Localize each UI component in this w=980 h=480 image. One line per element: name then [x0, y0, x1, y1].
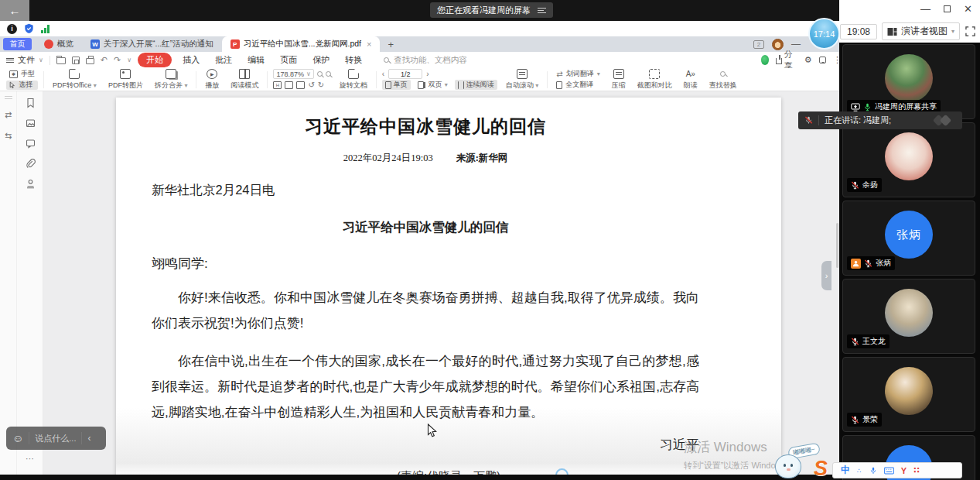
- ime-dots-icon[interactable]: ∴: [857, 467, 862, 475]
- view-mode-button[interactable]: 演讲者视图 ▾: [882, 22, 960, 40]
- ime-keyboard-icon[interactable]: [884, 467, 894, 475]
- prev-page-icon[interactable]: ‹: [382, 70, 384, 78]
- pdf-page[interactable]: 习近平给中国冰雪健儿的回信 2022年02月24日19:03来源:新华网 新华社…: [116, 98, 781, 475]
- file-menu[interactable]: 文件 ∨: [6, 54, 43, 66]
- zoom-out-icon[interactable]: [317, 71, 323, 77]
- zoom-in-icon[interactable]: [326, 71, 331, 77]
- ribbon-tab-page[interactable]: 页面: [275, 54, 302, 66]
- chat-collapse-icon[interactable]: ‹: [87, 433, 90, 444]
- participant-name: 余扬: [862, 180, 878, 190]
- ime-skin-icon[interactable]: Y: [901, 466, 907, 475]
- network-bars-icon[interactable]: [41, 25, 50, 33]
- pdf-to-image-button[interactable]: PDF转图片: [105, 69, 146, 91]
- fit-page-icon[interactable]: [285, 81, 293, 89]
- ime-toolbar[interactable]: S 中 ∴ Y ∷: [832, 462, 962, 478]
- continuous-read-button[interactable]: 连续阅读: [455, 80, 497, 90]
- tab-overview[interactable]: 概览: [36, 36, 82, 52]
- multi-window-icon[interactable]: 2: [753, 40, 764, 49]
- read-aloud-button[interactable]: A»朗读: [681, 69, 701, 91]
- settings-gear-icon[interactable]: ⚙: [804, 55, 812, 65]
- single-page-button[interactable]: 单页: [382, 80, 411, 90]
- compare-panel-icon[interactable]: ⇆: [5, 131, 12, 141]
- ribbon-tab-insert[interactable]: 插入: [178, 54, 204, 66]
- minimize-icon[interactable]: —: [920, 3, 930, 15]
- rotate-document-button[interactable]: 旋转文档: [336, 69, 370, 91]
- fit-height-icon[interactable]: [296, 81, 305, 89]
- ribbon-tab-protect[interactable]: 保护: [308, 54, 334, 66]
- bookmark-icon[interactable]: [26, 98, 36, 108]
- emoji-icon[interactable]: ☺: [12, 432, 23, 444]
- double-page-button[interactable]: 双页▾: [415, 80, 451, 90]
- feedback-icon[interactable]: [819, 57, 826, 63]
- undo-icon[interactable]: ↶: [101, 55, 108, 65]
- tab-pdf-active[interactable]: P 习近平给中国冰雪...党新闻网.pdf ×: [222, 36, 381, 52]
- next-page-icon[interactable]: ›: [426, 70, 429, 78]
- word-translate-button[interactable]: ⇄划词翻译▾: [553, 70, 603, 79]
- share-icon: [776, 58, 781, 64]
- participant-tile[interactable]: 张炳 张炳: [842, 201, 975, 276]
- info-icon[interactable]: i: [7, 24, 17, 34]
- rotate-right-icon[interactable]: ↻: [318, 81, 324, 89]
- pdf-to-office-button[interactable]: PDF转Office ▾: [50, 69, 100, 91]
- ribbon-tab-start[interactable]: 开始: [138, 53, 172, 67]
- play-button[interactable]: ▶播放: [202, 69, 222, 91]
- full-translate-button[interactable]: 全文翻译: [553, 81, 603, 90]
- fit-width-icon[interactable]: H: [273, 81, 282, 89]
- rotate-left-icon[interactable]: ↺: [308, 81, 314, 89]
- ime-mic-icon[interactable]: [869, 466, 877, 475]
- convert-panel-icon[interactable]: ⇄: [5, 110, 12, 120]
- ime-mode-icon[interactable]: 中: [841, 464, 850, 477]
- chat-quick-bar[interactable]: ☺ 说点什么... ‹: [6, 427, 106, 450]
- open-file-icon[interactable]: [56, 57, 66, 64]
- back-button[interactable]: ←: [0, 0, 29, 21]
- snapshot-compare-button[interactable]: 截图和对比: [634, 69, 675, 91]
- tab-word-doc[interactable]: W 关于深入开展“...红”活动的通知: [82, 36, 222, 52]
- participant-tile[interactable]: 余扬: [842, 122, 975, 197]
- attachment-icon[interactable]: [26, 159, 36, 169]
- zoom-level-select[interactable]: 178.87%∨: [273, 69, 313, 79]
- document-canvas[interactable]: 习近平给中国冰雪健儿的回信 2022年02月24日19:03来源:新华网 新华社…: [43, 91, 839, 475]
- auto-scroll-icon: [517, 69, 528, 79]
- banner-menu-icon[interactable]: [538, 8, 546, 13]
- participant-tile[interactable]: 冯建周的屏幕共享: [842, 44, 975, 119]
- split-merge-button[interactable]: 拆分合并 ▾: [152, 69, 191, 91]
- restore-icon[interactable]: [944, 5, 951, 12]
- read-mode-button[interactable]: 阅读模式: [227, 69, 261, 91]
- tab-home[interactable]: 首页: [3, 38, 32, 50]
- hand-tool-button[interactable]: ✱手型: [6, 70, 38, 79]
- chat-placeholder[interactable]: 说点什么...: [35, 433, 76, 444]
- auto-scroll-button[interactable]: 自动滚动 ▾: [503, 69, 542, 91]
- participant-tile[interactable]: 王文龙: [842, 279, 975, 354]
- image-panel-icon[interactable]: [26, 118, 36, 129]
- redo-icon[interactable]: ↷: [114, 55, 121, 65]
- shield-icon[interactable]: [24, 23, 34, 34]
- find-replace-button[interactable]: 查找替换: [706, 69, 740, 91]
- fullscreen-button[interactable]: [965, 26, 976, 37]
- panel-collapse-handle[interactable]: ›: [821, 261, 831, 290]
- select-tool-button[interactable]: 选择: [6, 81, 38, 90]
- stamp-icon[interactable]: [26, 179, 36, 189]
- print-icon[interactable]: [86, 58, 94, 64]
- participant-tile[interactable]: 景荣: [842, 357, 975, 432]
- save-icon[interactable]: [72, 57, 80, 64]
- participant-label: 王文龙: [847, 334, 890, 348]
- close-icon[interactable]: ✕: [964, 3, 972, 15]
- comment-panel-icon[interactable]: [26, 139, 36, 149]
- ribbon-tab-edit[interactable]: 编辑: [243, 54, 269, 66]
- search-input[interactable]: 查找功能、文档内容: [384, 55, 467, 66]
- ribbon-tab-comment[interactable]: 批注: [210, 54, 237, 66]
- more-panel-icon[interactable]: ⋯: [17, 454, 43, 464]
- ribbon-tab-convert[interactable]: 转换: [340, 54, 367, 66]
- new-tab-icon[interactable]: +: [388, 39, 394, 50]
- compress-button[interactable]: 压缩: [609, 69, 629, 91]
- tab-close-icon[interactable]: ×: [367, 39, 371, 49]
- more-chevron-icon[interactable]: ∨: [127, 57, 131, 63]
- panel-handle[interactable]: [5, 96, 12, 99]
- split-merge-icon: [166, 69, 176, 79]
- assistant-icon[interactable]: [761, 55, 769, 65]
- sogou-logo-icon[interactable]: S: [814, 457, 828, 480]
- meeting-timer[interactable]: 17:14: [808, 18, 840, 50]
- page-number-input[interactable]: 1/2: [388, 69, 422, 79]
- ime-emoji-grid-icon[interactable]: ∷: [913, 465, 920, 475]
- sidebar-scrollbar[interactable]: [836, 223, 838, 268]
